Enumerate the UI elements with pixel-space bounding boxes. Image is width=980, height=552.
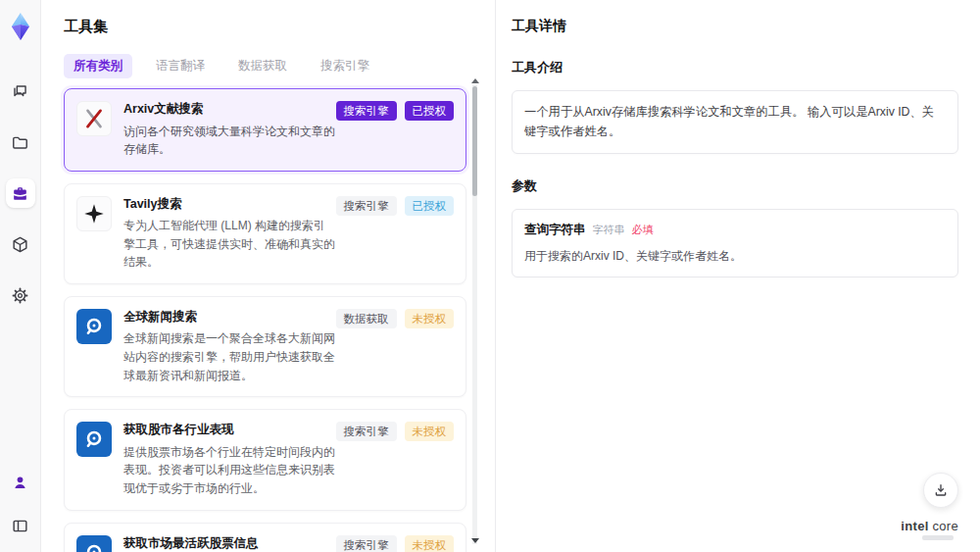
param-description: 用于搜索的Arxiv ID、关键字或作者姓名。: [524, 247, 946, 265]
category-badge: 搜索引擎: [336, 101, 397, 121]
auth-status-badge: 未授权: [405, 309, 455, 328]
tool-card-tavily[interactable]: Tavily搜索 专为人工智能代理 (LLM) 构建的搜索引擎工具，可快速提供实…: [64, 183, 466, 284]
user-avatar-icon[interactable]: [6, 468, 35, 497]
intel-core-logo: intel core: [901, 520, 958, 540]
tool-card-global-news[interactable]: 全球新闻搜索 全球新闻搜索是一个聚合全球各大新闻网站内容的搜索引擎，帮助用户快速…: [64, 296, 466, 397]
tool-name: 获取股市各行业表现: [123, 422, 336, 439]
tool-card-sector-performance[interactable]: 获取股市各行业表现 提供股票市场各个行业在特定时间段内的表现。投资者可以利用这些…: [64, 409, 466, 510]
detail-title: 工具详情: [512, 18, 958, 35]
arxiv-logo-icon: [76, 101, 112, 136]
tool-list-panel: 工具集 所有类别 语言翻译 数据获取 搜索引擎 Arxiv文献搜索 访问各个研究…: [42, 0, 494, 552]
core-wordmark: core: [929, 519, 958, 533]
scrollbar-thumb[interactable]: [472, 86, 477, 196]
tool-detail-panel: 工具详情 工具介绍 一个用于从Arxiv存储库搜索科学论文和文章的工具。 输入可…: [495, 0, 980, 552]
intro-heading: 工具介绍: [512, 59, 958, 76]
download-button[interactable]: [923, 473, 958, 508]
intel-wordmark: intel: [901, 519, 928, 533]
blue-search-logo-icon: [76, 309, 112, 344]
tab-language-translation[interactable]: 语言翻译: [146, 54, 215, 78]
settings-gear-icon[interactable]: [6, 280, 35, 310]
tool-description: 全球新闻搜索是一个聚合全球各大新闻网站内容的搜索引擎，帮助用户快速获取全球最新资…: [123, 329, 336, 384]
panel-toggle-icon[interactable]: [6, 511, 35, 540]
tool-badges: 搜索引擎 已授权: [336, 101, 455, 121]
tool-name: 获取市场最活跃股票信息: [123, 535, 336, 552]
tool-badges: 搜索引擎 已授权: [336, 196, 455, 216]
param-required-flag: 必填: [632, 223, 654, 237]
blue-search-logo-icon: [76, 422, 112, 457]
tab-all-categories[interactable]: 所有类别: [64, 54, 132, 78]
tool-description: 提供股票市场各个行业在特定时间段内的表现。投资者可以利用这些信息来识别表现优于或…: [123, 443, 336, 498]
param-header: 查询字符串 字符串 必填: [524, 222, 946, 238]
page-title: 工具集: [64, 18, 466, 36]
rail-nav: [6, 76, 35, 310]
tool-list-scrollbar[interactable]: [472, 84, 477, 544]
intro-text: 一个用于从Arxiv存储库搜索科学论文和文章的工具。 输入可以是Arxiv ID…: [524, 103, 946, 141]
tool-description: 访问各个研究领域大量科学论文和文章的存储库。: [123, 123, 336, 159]
tool-name: Tavily搜索: [123, 196, 336, 214]
tool-name: Arxiv文献搜索: [123, 101, 336, 119]
param-type: 字符串: [593, 223, 625, 237]
params-heading: 参数: [512, 177, 958, 195]
auth-status-badge: 未授权: [405, 422, 455, 441]
tool-card-arxiv[interactable]: Arxiv文献搜索 访问各个研究领域大量科学论文和文章的存储库。 搜索引擎 已授…: [64, 88, 466, 172]
tab-search-engine[interactable]: 搜索引擎: [311, 54, 379, 78]
sparkle-icon: [76, 196, 112, 231]
tool-name: 全球新闻搜索: [123, 309, 336, 326]
param-box: 查询字符串 字符串 必填 用于搜索的Arxiv ID、关键字或作者姓名。: [512, 209, 958, 277]
scrollbar-down-arrow[interactable]: [471, 538, 479, 543]
folder-icon[interactable]: [6, 127, 35, 157]
tool-badges: 搜索引擎 未授权: [336, 535, 455, 552]
tool-badges: 搜索引擎 未授权: [336, 422, 455, 441]
auth-status-badge: 已授权: [405, 101, 455, 121]
scrollbar-up-arrow[interactable]: [471, 78, 479, 83]
left-rail: [0, 0, 41, 552]
param-name: 查询字符串: [524, 222, 586, 238]
category-badge: 搜索引擎: [336, 422, 397, 441]
category-badge: 搜索引擎: [336, 535, 397, 552]
intro-box: 一个用于从Arxiv存储库搜索科学论文和文章的工具。 输入可以是Arxiv ID…: [512, 90, 958, 154]
tool-card-active-stocks[interactable]: 获取市场最活跃股票信息 提供当天交易量最高的股票列表，投资者可以利用这些信息来识…: [64, 523, 466, 552]
tool-list: Arxiv文献搜索 访问各个研究领域大量科学论文和文章的存储库。 搜索引擎 已授…: [64, 88, 466, 552]
auth-status-badge: 已授权: [405, 196, 455, 216]
toolbox-icon[interactable]: [6, 178, 35, 208]
rail-bottom: [6, 468, 35, 540]
category-tabs: 所有类别 语言翻译 数据获取 搜索引擎: [64, 54, 466, 78]
category-badge: 数据获取: [336, 309, 397, 328]
tool-badges: 数据获取 未授权: [336, 309, 455, 328]
app-logo: [6, 12, 35, 41]
tab-data-fetching[interactable]: 数据获取: [228, 54, 297, 78]
tool-description: 专为人工智能代理 (LLM) 构建的搜索引擎工具，可快速提供实时、准确和真实的结…: [123, 217, 336, 272]
chat-icon[interactable]: [6, 76, 35, 106]
auth-status-badge: 未授权: [405, 535, 455, 552]
intel-sub-badge: [922, 535, 954, 540]
cube-icon[interactable]: [6, 229, 35, 259]
category-badge: 搜索引擎: [336, 196, 397, 216]
download-icon: [933, 482, 949, 498]
blue-search-logo-icon: [76, 535, 112, 552]
